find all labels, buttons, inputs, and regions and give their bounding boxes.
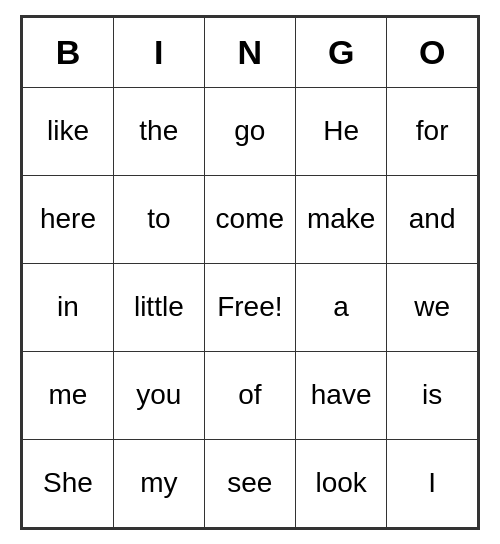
header-g: G [296,17,387,87]
cell-r0-c4: for [387,87,478,175]
header-i: I [113,17,204,87]
cell-r2-c2: Free! [204,263,295,351]
header-n: N [204,17,295,87]
cell-r4-c3: look [296,439,387,527]
bingo-table: B I N G O likethegoHeforheretocomemakean… [22,17,478,528]
cell-r1-c1: to [113,175,204,263]
cell-r4-c4: I [387,439,478,527]
cell-r3-c4: is [387,351,478,439]
header-b: B [23,17,114,87]
cell-r3-c3: have [296,351,387,439]
cell-r3-c2: of [204,351,295,439]
table-row: meyouofhaveis [23,351,478,439]
cell-r0-c1: the [113,87,204,175]
cell-r2-c3: a [296,263,387,351]
cell-r0-c0: like [23,87,114,175]
cell-r2-c1: little [113,263,204,351]
cell-r2-c4: we [387,263,478,351]
cell-r3-c1: you [113,351,204,439]
table-row: inlittleFree!awe [23,263,478,351]
cell-r0-c2: go [204,87,295,175]
cell-r1-c0: here [23,175,114,263]
cell-r1-c4: and [387,175,478,263]
cell-r2-c0: in [23,263,114,351]
cell-r1-c2: come [204,175,295,263]
cell-r3-c0: me [23,351,114,439]
cell-r0-c3: He [296,87,387,175]
bingo-card: B I N G O likethegoHeforheretocomemakean… [20,15,480,530]
table-row: likethegoHefor [23,87,478,175]
cell-r4-c0: She [23,439,114,527]
header-row: B I N G O [23,17,478,87]
cell-r4-c1: my [113,439,204,527]
cell-r1-c3: make [296,175,387,263]
table-row: heretocomemakeand [23,175,478,263]
header-o: O [387,17,478,87]
table-row: ShemyseelookI [23,439,478,527]
cell-r4-c2: see [204,439,295,527]
